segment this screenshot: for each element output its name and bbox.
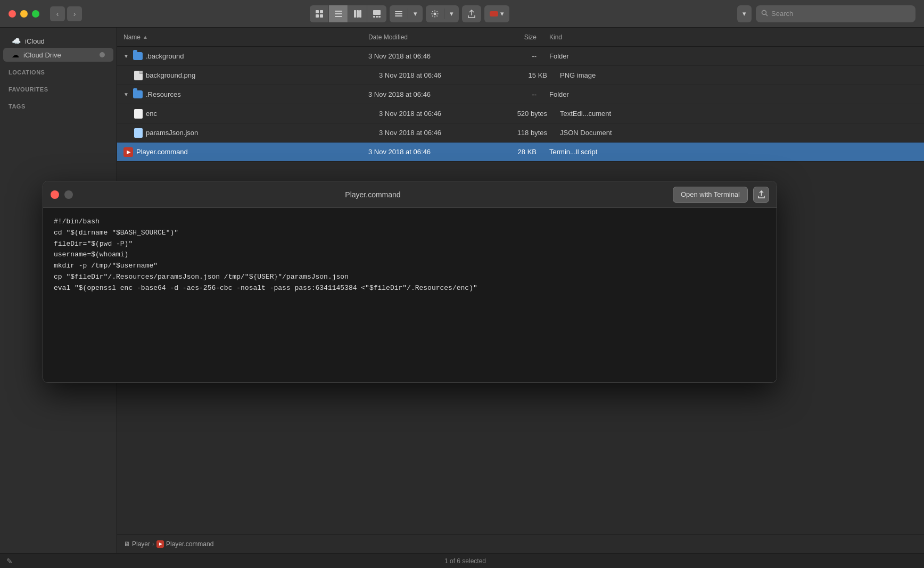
table-row[interactable]: ▼ .background 3 Nov 2018 at 06:46 -- Fol… [117,47,924,66]
view-options-button[interactable]: ▾ [737,5,752,22]
finder-window: ‹ › [0,0,924,568]
file-name: enc [146,110,157,118]
svg-rect-16 [395,15,402,16]
preview-secondary-button[interactable] [64,190,73,199]
col-header-date[interactable]: Date Modified [362,28,479,46]
group-dropdown-button[interactable]: ▾ [408,5,423,22]
file-name: .background [146,52,184,60]
action-button: ▾ [426,5,459,22]
minimize-button[interactable] [20,10,28,18]
file-name: Player.command [136,148,188,156]
search-icon [761,9,768,19]
table-row[interactable]: enc 3 Nov 2018 at 06:46 520 bytes TextEd… [117,104,924,123]
share-button[interactable] [462,5,481,22]
preview-close-button[interactable] [51,190,59,199]
traffic-lights [9,10,39,18]
file-name-cell: background.png [128,66,373,85]
close-button[interactable] [9,10,16,18]
gear-action-button[interactable] [426,5,444,22]
png-file-icon [134,71,143,80]
file-kind-cell: Folder [543,47,924,65]
table-row[interactable]: ▶ Player.command 3 Nov 2018 at 06:46 28 … [117,143,924,162]
file-name-cell: ▶ Player.command [117,143,362,161]
chevron-down-icon: ▾ [414,10,417,18]
table-row[interactable]: background.png 3 Nov 2018 at 06:46 15 KB… [117,66,924,85]
file-kind-cell: PNG image [554,66,924,85]
preview-content: #!/bin/bash cd "$(dirname "$BASH_SOURCE"… [43,208,777,382]
maximize-button[interactable] [32,10,39,18]
forward-button[interactable]: › [67,6,82,21]
sort-arrow-icon: ▲ [143,34,148,40]
preview-titlebar: Player.command Open with Terminal [43,181,777,208]
folder-icon [133,52,143,60]
sidebar-item-icloud-drive[interactable]: ☁ iCloud Drive [3,48,113,62]
svg-rect-8 [357,10,359,18]
expand-arrow-icon: ▼ [123,53,129,59]
back-button[interactable]: ‹ [50,6,65,21]
icon-view-button[interactable] [310,5,329,22]
chevron-down-icon-3: ▾ [500,10,504,18]
svg-rect-3 [320,14,323,18]
code-display: #!/bin/bash cd "$(dirname "$BASH_SOURCE"… [54,216,766,294]
file-name: paramsJson.json [146,129,198,137]
txt-file-icon [134,109,143,119]
file-name-cell: enc [128,104,373,123]
file-size-cell: -- [479,85,543,104]
chevron-down-icon-2: ▾ [450,10,453,18]
table-row[interactable]: paramsJson.json 3 Nov 2018 at 06:46 118 … [117,123,924,143]
file-date-cell: 3 Nov 2018 at 06:46 [362,143,479,161]
tag-button[interactable]: ▾ [484,5,509,22]
preview-share-button[interactable] [753,187,769,203]
list-view-button[interactable] [329,5,348,22]
icloud-drive-icon: ☁ [12,51,19,59]
svg-rect-15 [395,13,402,14]
svg-rect-4 [335,11,342,12]
svg-line-19 [766,14,768,16]
group-action-button[interactable] [390,5,408,22]
svg-rect-11 [373,16,375,18]
navigation-buttons: ‹ › [50,6,82,21]
file-kind-cell: Termin...ll script [543,143,924,161]
svg-rect-6 [335,16,342,17]
bottom-bar: 🖥 Player › ▶ Player.command [117,534,924,553]
table-row[interactable]: ▼ .Resources 3 Nov 2018 at 06:46 -- Fold… [117,85,924,104]
gallery-view-button[interactable] [367,5,386,22]
sidebar-favourites-header: Favourites [0,83,117,94]
edit-icon[interactable]: ✎ [6,557,13,565]
toolbar: ▾ ▾ [88,5,731,22]
svg-rect-1 [320,10,323,13]
open-terminal-button[interactable]: Open with Terminal [673,187,748,203]
breadcrumb-file[interactable]: Player.command [166,540,213,548]
search-bar [756,5,915,22]
file-name-cell: ▼ .background [117,47,362,65]
file-size-cell: 118 bytes [490,123,554,142]
sidebar-icloud-drive-label: iCloud Drive [23,51,61,59]
status-text: 1 of 6 selected [444,557,486,565]
svg-rect-14 [395,11,402,12]
icloud-sync-indicator [100,52,105,57]
preview-panel: Player.command Open with Terminal #!/bin… [43,181,777,383]
svg-rect-9 [359,10,361,18]
col-header-size[interactable]: Size [479,28,543,46]
breadcrumb-file-icon: ▶ [156,540,164,548]
sidebar-icloud-label: iCloud [25,37,45,45]
sidebar-tags-header: Tags [0,100,117,111]
expand-arrow-icon: ▼ [123,91,129,97]
col-header-kind[interactable]: Kind [543,28,924,46]
view-buttons [310,5,386,22]
folder-icon [133,90,143,98]
sidebar-item-icloud[interactable]: ☁️ iCloud [3,34,113,48]
svg-rect-5 [335,13,342,14]
column-view-button[interactable] [348,5,367,22]
action-dropdown-button[interactable]: ▾ [444,5,459,22]
path-separator: › [152,540,154,548]
file-date-cell: 3 Nov 2018 at 06:46 [362,85,479,104]
cmd-file-icon: ▶ [123,147,133,157]
breadcrumb-player[interactable]: Player [132,540,150,548]
file-date-cell: 3 Nov 2018 at 06:46 [373,104,490,123]
breadcrumb: 🖥 Player › ▶ Player.command [123,540,213,548]
sidebar-locations-header: Locations [0,66,117,77]
col-header-name[interactable]: Name ▲ [117,28,362,46]
svg-rect-12 [376,16,378,18]
search-input[interactable] [771,10,910,18]
